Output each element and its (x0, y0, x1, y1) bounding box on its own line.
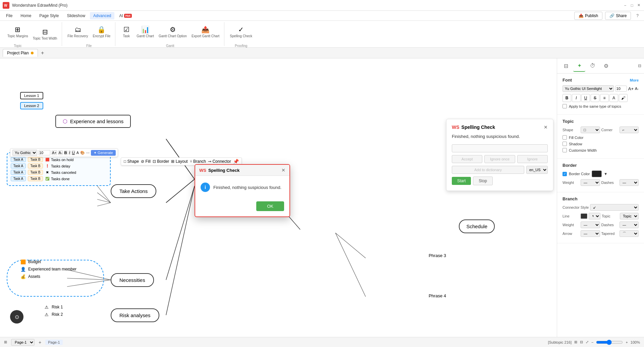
weight-row: Weight — Dashes — (562, 179, 639, 186)
align-format-btn[interactable]: ≡ (600, 94, 609, 102)
export-gantt-btn[interactable]: 📤 Export Gantt Chart (190, 20, 221, 43)
toolbar-section-gantt: ☑ Task 📊 Gantt Chart ⚙ Gantt Chart Optio… (119, 20, 221, 48)
menu-advanced[interactable]: Advanced (90, 12, 114, 19)
spelling-check-btn[interactable]: ✓ Spelling Check (228, 20, 254, 43)
zoom-in-btn[interactable]: + (626, 340, 628, 344)
modal-footer: OK (195, 199, 289, 216)
current-page-tab[interactable]: Page-1 (45, 340, 62, 345)
help-button[interactable]: ? (634, 12, 641, 19)
branch-dashes-select[interactable]: — (620, 221, 639, 228)
dashes-select[interactable]: — (620, 179, 639, 186)
rp-tab-format[interactable]: ⊟ (560, 60, 572, 72)
panel-collapse-btn[interactable]: ⊟ (638, 63, 641, 68)
gantt-option-icon: ⚙ (170, 26, 176, 34)
arrow-label: Arrow (562, 232, 579, 236)
border-color-checkbox[interactable]: ✓ (562, 172, 567, 176)
shadow-checkbox[interactable] (562, 142, 567, 146)
menu-slideshow[interactable]: Slideshow (63, 12, 89, 19)
line-color-expand[interactable]: ▼ (589, 213, 600, 219)
strikethrough-format-btn[interactable]: S (591, 94, 599, 102)
branch-weight-label: Weight (562, 223, 579, 227)
add-page-btn[interactable]: + (39, 340, 41, 345)
apply-same-checkbox[interactable] (562, 104, 567, 108)
app-title: Wondershare EdrawMind (Pro) (12, 3, 641, 8)
encrypt-file-btn[interactable]: 🔒 Encrypt File (91, 20, 112, 43)
export-gantt-icon: 📤 (201, 26, 210, 34)
underline-format-btn[interactable]: U (581, 94, 590, 102)
menu-home[interactable]: Home (17, 12, 35, 19)
task-btn[interactable]: ☑ Task (119, 20, 134, 43)
fill-color-checkbox[interactable] (562, 135, 567, 140)
rp-tab-settings[interactable]: ⚙ (600, 60, 612, 72)
close-btn[interactable]: ✕ (636, 3, 641, 8)
corner-select[interactable]: ⌐ (620, 127, 639, 133)
weight-select[interactable]: — (581, 179, 600, 186)
tab-add-btn[interactable]: + (39, 50, 46, 56)
menu-right: 📤 Publish 🔗 Share ? (574, 12, 641, 20)
topic-margins-icon: ⊞ (15, 26, 20, 34)
border-color-swatch[interactable] (592, 170, 602, 177)
weight-label: Weight (562, 181, 579, 185)
bold-format-btn[interactable]: B (562, 94, 571, 102)
file-recovery-btn[interactable]: 🗂 File Recovery (65, 20, 90, 43)
rp-tab-animation[interactable]: ⏱ (587, 60, 599, 72)
modal-info-icon: i (201, 183, 210, 192)
tab-project-plan[interactable]: Project Plan (3, 49, 38, 57)
zoom-slider[interactable] (596, 340, 623, 345)
topic-text-width-icon: ⊟ (42, 28, 48, 36)
highlight-format-btn[interactable]: 🖌 (619, 94, 628, 102)
arrow-select[interactable]: — (581, 230, 600, 237)
modal-ok-btn[interactable]: OK (256, 201, 284, 211)
font-more-link[interactable]: More (630, 78, 639, 82)
corner-label: Corner (601, 128, 618, 132)
font-size-up-btn[interactable]: A+ (628, 86, 634, 91)
layout-toggle[interactable]: ⊞ (4, 340, 7, 344)
border-color-expand[interactable]: ▼ (604, 172, 607, 176)
border-color-row: ✓ Border Color ▼ (562, 170, 639, 177)
svg-text:W: W (4, 4, 7, 7)
connector-style-select[interactable]: ↙ (590, 204, 639, 211)
menu-ai[interactable]: AI Hot (116, 12, 135, 19)
tab-bar: Project Plan + (0, 48, 644, 58)
gantt-chart-btn[interactable]: 📊 Gantt Chart (135, 20, 156, 43)
font-section-title: Font More (562, 78, 639, 83)
fit-page-btn[interactable]: ⊟ (580, 340, 583, 344)
canvas[interactable]: Lesson 1 Lesson 2 ⬡ Experience and lesso… (0, 58, 557, 337)
menu-page-style[interactable]: Page Style (36, 12, 62, 19)
branch-section: Branch Connector Style ↙ Line ▼ Topic To… (557, 192, 644, 243)
rp-tab-style[interactable]: ✦ (573, 60, 585, 72)
minimize-btn[interactable]: − (623, 3, 628, 8)
toolbar-group-gantt: ☑ Task 📊 Gantt Chart ⚙ Gantt Chart Optio… (116, 22, 224, 46)
main-area: Lesson 1 Lesson 2 ⬡ Experience and lesso… (0, 58, 644, 337)
menu-file[interactable]: File (3, 12, 16, 19)
file-recovery-icon: 🗂 (74, 26, 81, 34)
font-size-down-btn[interactable]: A- (635, 87, 639, 91)
shadow-label: Shadow (569, 142, 582, 146)
tapered-select[interactable]: ⌒ (620, 230, 639, 237)
topic-margins-btn[interactable]: ⊞ Topic Margins (5, 20, 30, 43)
grid-view-btn[interactable]: ⊞ (574, 340, 577, 344)
zoom-out-btn[interactable]: − (591, 340, 593, 344)
publish-button[interactable]: 📤 Publish (574, 12, 602, 20)
tapered-label: Tapered (601, 232, 618, 236)
customize-width-checkbox[interactable] (562, 148, 567, 152)
page-selector[interactable]: Page-1 (11, 339, 35, 346)
maximize-btn[interactable]: □ (629, 3, 635, 8)
line-color-swatch[interactable] (581, 213, 587, 219)
font-name-select[interactable]: Yu Gothic UI Semilight (562, 85, 614, 92)
zoom-level: 100% (631, 340, 640, 344)
topic-text-width-btn[interactable]: ⊟ Topic Text Width (31, 23, 59, 46)
font-color-format-btn[interactable]: A (609, 94, 618, 102)
branch-weight-select[interactable]: — (581, 221, 600, 228)
italic-format-btn[interactable]: I (572, 94, 581, 102)
branch-section-title: Branch (562, 196, 639, 201)
task-label: Task (123, 34, 130, 38)
fullscreen-btn[interactable]: ⤢ (586, 340, 589, 344)
share-button[interactable]: 🔗 Share (605, 12, 631, 20)
topic-select[interactable]: Topic (620, 213, 639, 219)
modal-close-btn[interactable]: ✕ (281, 167, 285, 173)
arrow-row: Arrow — Tapered ⌒ (562, 230, 639, 237)
gantt-option-btn[interactable]: ⚙ Gantt Chart Option (157, 20, 189, 43)
font-size-field[interactable] (615, 86, 627, 92)
shape-select[interactable]: □ (581, 127, 600, 133)
